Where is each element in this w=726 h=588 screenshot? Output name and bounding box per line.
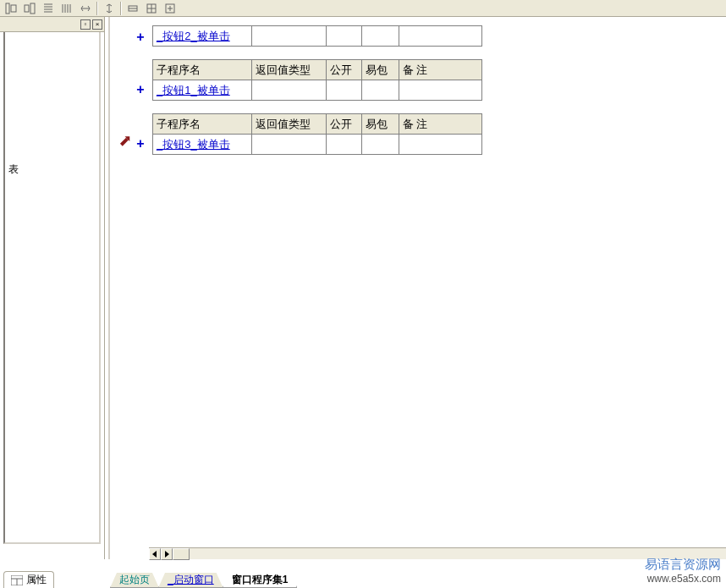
code-editor: + + + _按钮2_被单击 子程序名 返回值类型 公开 易包 备 注 _: [108, 17, 726, 559]
tab-start-page[interactable]: 起始页: [110, 573, 159, 588]
procedure-link[interactable]: _按钮3_被单击: [157, 138, 230, 151]
header-epackage: 易包: [361, 60, 399, 80]
header-remark: 备 注: [399, 114, 481, 135]
tab-procedure-set[interactable]: 窗口程序集1: [223, 573, 298, 588]
properties-icon: [11, 575, 23, 585]
properties-tab-label: 属性: [26, 573, 47, 587]
scroll-right-icon[interactable]: [161, 548, 173, 560]
procedure-table: _按钮2_被单击: [152, 25, 482, 47]
tool-size-h-icon[interactable]: [76, 1, 95, 16]
cell-remark[interactable]: [399, 26, 481, 47]
cell-remark[interactable]: [399, 80, 481, 101]
panel-minimize-icon[interactable]: ▫: [80, 19, 91, 30]
expand-icon[interactable]: +: [135, 85, 146, 95]
tool-table-icon[interactable]: [142, 1, 161, 16]
svg-marker-22: [152, 551, 157, 558]
procedure-table: 子程序名 返回值类型 公开 易包 备 注 _按钮3_被单击: [152, 113, 482, 155]
toolbar-separator: [96, 2, 98, 15]
toolbar: [0, 0, 726, 17]
tab-startup-window[interactable]: _启动窗口: [158, 573, 223, 588]
svg-rect-1: [11, 5, 16, 12]
properties-tab[interactable]: 属性: [3, 571, 54, 588]
tool-align-center-icon[interactable]: [20, 1, 39, 16]
header-return-type: 返回值类型: [252, 60, 327, 80]
cell-epackage[interactable]: [361, 135, 399, 155]
watermark-title: 易语言资源网: [645, 557, 721, 573]
cell-public[interactable]: [326, 26, 361, 47]
editor-tabs: 起始页 _启动窗口 窗口程序集1: [110, 571, 296, 588]
procedure-link[interactable]: _按钮2_被单击: [157, 30, 230, 42]
scroll-left-icon[interactable]: [149, 548, 161, 560]
tool-expand-icon[interactable]: [161, 1, 179, 16]
edit-marker-icon: [118, 133, 135, 150]
table-row[interactable]: _按钮2_被单击: [153, 26, 482, 47]
left-panel-titlebar: ▫ ×: [0, 17, 104, 32]
header-return-type: 返回值类型: [252, 114, 327, 135]
header-public: 公开: [326, 60, 361, 80]
cell-public[interactable]: [326, 80, 361, 101]
cell-epackage[interactable]: [361, 26, 399, 47]
table-header-row: 子程序名 返回值类型 公开 易包 备 注: [153, 114, 482, 135]
table-row[interactable]: _按钮1_被单击: [153, 80, 482, 101]
table-header-row: 子程序名 返回值类型 公开 易包 备 注: [153, 60, 482, 80]
procedure-link[interactable]: _按钮1_被单击: [157, 84, 230, 96]
cell-return-type[interactable]: [252, 135, 327, 155]
code-area[interactable]: _按钮2_被单击 子程序名 返回值类型 公开 易包 备 注 _按钮1_被单击: [151, 17, 726, 548]
scroll-track[interactable]: [173, 548, 726, 559]
watermark: 易语言资源网 www.e5a5x.com: [645, 557, 721, 585]
expand-icon[interactable]: +: [135, 139, 146, 149]
cell-epackage[interactable]: [361, 80, 399, 101]
scroll-thumb[interactable]: [173, 548, 190, 560]
watermark-url: www.e5a5x.com: [645, 573, 721, 585]
expand-icon[interactable]: +: [135, 32, 146, 42]
panel-close-icon[interactable]: ×: [92, 19, 102, 30]
cell-return-type[interactable]: [252, 26, 327, 47]
svg-rect-3: [30, 3, 35, 14]
horizontal-scrollbar[interactable]: [149, 547, 726, 559]
table-row[interactable]: _按钮3_被单击: [153, 135, 482, 155]
cell-return-type[interactable]: [252, 80, 327, 101]
tool-align-left-icon[interactable]: [2, 1, 20, 16]
tool-distribute-icon[interactable]: [39, 1, 58, 16]
svg-rect-2: [25, 5, 29, 12]
header-name: 子程序名: [153, 114, 252, 135]
header-remark: 备 注: [399, 60, 481, 80]
tool-size-v-icon[interactable]: [100, 1, 118, 16]
tree-item[interactable]: 表: [8, 36, 96, 177]
cell-public[interactable]: [326, 135, 361, 155]
header-epackage: 易包: [361, 114, 399, 135]
svg-rect-0: [6, 3, 9, 14]
tool-justify-icon[interactable]: [58, 1, 76, 16]
procedure-table: 子程序名 返回值类型 公开 易包 备 注 _按钮1_被单击: [152, 59, 482, 101]
cell-remark[interactable]: [399, 135, 481, 155]
left-panel: ▫ × 表: [0, 17, 105, 559]
svg-marker-23: [165, 551, 169, 558]
toolbar-separator: [120, 2, 122, 15]
header-name: 子程序名: [153, 60, 252, 80]
left-panel-body: 表: [3, 32, 101, 544]
header-public: 公开: [326, 114, 361, 135]
tool-grid-icon[interactable]: [124, 1, 142, 16]
gutter: + + +: [110, 17, 149, 548]
